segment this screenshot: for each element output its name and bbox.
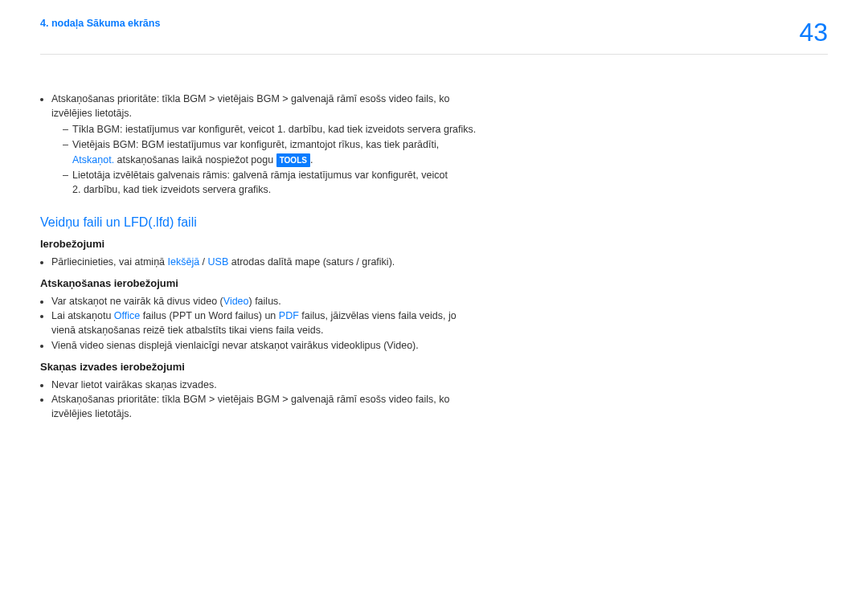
highlight-text: Video (223, 296, 249, 307)
subheading-sound: Skaņas izvades ierobežojumi (40, 361, 659, 373)
page-content: Atskaņošanas prioritāte: tīkla BGM > vie… (40, 55, 659, 421)
list-item: Lai atskaņotu Office failus (PPT un Word… (51, 309, 659, 337)
text-line: Lietotāja izvēlētais galvenais rāmis: ga… (72, 170, 448, 181)
list-item: Tīkla BGM: iestatījumus var konfigurēt, … (63, 122, 659, 137)
list-item: Vienā video sienas displejā vienlaicīgi … (51, 338, 659, 353)
section-title: Veidņu faili un LFD(.lfd) faili (40, 215, 659, 230)
text-line: Atskaņošanas prioritāte: tīkla BGM > vie… (51, 394, 449, 405)
text-line: Pārliecinieties, vai atmiņā (51, 256, 168, 268)
highlight-text: Atskaņot. (72, 154, 114, 166)
text-line: atskaņošanas laikā nospiežot pogu (114, 154, 276, 166)
text-line: failus, jāizvēlas viens faila veids, jo (299, 310, 457, 321)
text-line: izvēlējies lietotājs. (51, 108, 132, 119)
text-line: failus (PPT un Word failus) un (140, 310, 279, 321)
text-line: vienā atskaņošanas reizē tiek atbalstīts… (51, 325, 323, 336)
playback-list: Var atskaņot ne vairāk kā divus video (V… (40, 294, 659, 353)
list-item: Var atskaņot ne vairāk kā divus video (V… (51, 294, 659, 309)
sound-list: Nevar lietot vairākas skaņas izvades. At… (40, 378, 659, 421)
highlight-text: PDF (279, 310, 299, 321)
highlight-text: Iekšējā (168, 256, 200, 268)
highlight-text: Office (114, 310, 140, 321)
text-line: atrodas dalītā mape (saturs / grafiki). (228, 256, 395, 268)
tools-badge: TOOLS (276, 153, 310, 167)
page-number: 43 (799, 18, 828, 47)
text-line: izvēlējies lietotājs. (51, 408, 132, 419)
text-line: Vietējais BGM: BGM iestatījumus var konf… (72, 139, 439, 150)
text-line: ) failus. (249, 296, 281, 307)
text-line: Atskaņošanas prioritāte: tīkla BGM > vie… (51, 93, 449, 104)
intro-list: Atskaņošanas prioritāte: tīkla BGM > vie… (40, 92, 659, 198)
highlight-text: USB (208, 256, 229, 268)
list-item: Atskaņošanas prioritāte: tīkla BGM > vie… (51, 92, 659, 198)
text-line: Vienā video sienas displejā vienlaicīgi … (51, 340, 419, 351)
list-item: Pārliecinieties, vai atmiņā Iekšējā / US… (51, 255, 659, 269)
list-item: Atskaņošanas prioritāte: tīkla BGM > vie… (51, 392, 659, 421)
header: 4. nodaļa Sākuma ekrāns 43 (40, 18, 828, 47)
document-page: 4. nodaļa Sākuma ekrāns 43 Atskaņošanas … (0, 0, 868, 613)
text-line: Nevar lietot vairākas skaņas izvades. (51, 379, 217, 390)
sub-list: Tīkla BGM: iestatījumus var konfigurēt, … (51, 122, 659, 198)
subheading-playback: Atskaņošanas ierobežojumi (40, 277, 659, 289)
breadcrumb: 4. nodaļa Sākuma ekrāns (40, 18, 160, 29)
restrictions-list: Pārliecinieties, vai atmiņā Iekšējā / US… (40, 255, 659, 269)
text-line: 2. darbību, kad tiek izveidots servera g… (72, 184, 271, 195)
text-line: . (310, 154, 313, 166)
text-line: Var atskaņot ne vairāk kā divus video ( (51, 296, 223, 307)
list-item: Lietotāja izvēlētais galvenais rāmis: ga… (63, 168, 659, 198)
list-item: Nevar lietot vairākas skaņas izvades. (51, 378, 659, 392)
text-line: Lai atskaņotu (51, 310, 114, 321)
subheading-restrictions: Ierobežojumi (40, 238, 659, 250)
text-line: Tīkla BGM: iestatījumus var konfigurēt, … (72, 124, 476, 135)
list-item: Vietējais BGM: BGM iestatījumus var konf… (63, 137, 659, 168)
text-line: / (199, 256, 207, 268)
